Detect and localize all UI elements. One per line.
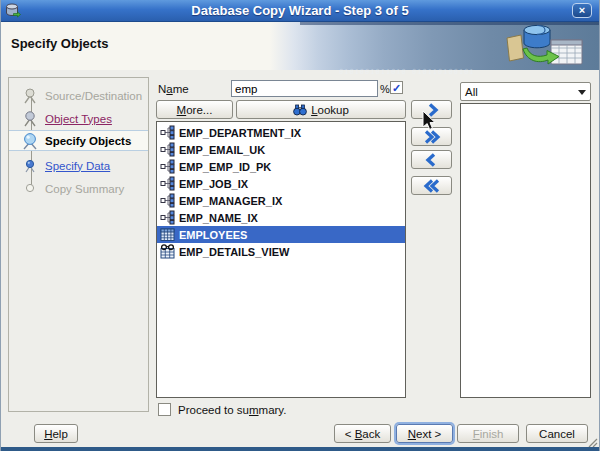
proceed-to-summary-checkbox[interactable] bbox=[158, 403, 171, 416]
dropdown-value: All bbox=[465, 86, 478, 98]
wizard-steps-panel: Source/Destination Object Types Specify … bbox=[8, 77, 149, 412]
double-chevron-right-icon bbox=[422, 130, 442, 144]
next-button[interactable]: Next > bbox=[396, 424, 453, 443]
object-type-dropdown[interactable]: All bbox=[460, 82, 591, 101]
step-node-icon bbox=[22, 132, 38, 150]
index-icon bbox=[160, 176, 175, 191]
object-label: EMP_EMP_ID_PK bbox=[179, 161, 271, 173]
back-button[interactable]: < Back bbox=[334, 424, 391, 443]
object-row[interactable]: EMP_EMAIL_UK bbox=[157, 141, 405, 158]
chevron-left-icon bbox=[424, 153, 440, 167]
step-node-icon bbox=[22, 110, 38, 128]
index-icon bbox=[160, 125, 175, 140]
object-row-selected[interactable]: EMPLOYEES bbox=[157, 226, 405, 243]
window-title: Database Copy Wizard - Step 3 of 5 bbox=[1, 0, 599, 22]
object-row[interactable]: EMP_JOB_IX bbox=[157, 175, 405, 192]
object-label: EMP_MANAGER_IX bbox=[179, 195, 282, 207]
move-right-button[interactable] bbox=[411, 100, 452, 119]
move-all-left-button[interactable] bbox=[411, 176, 452, 195]
step-label[interactable]: Object Types bbox=[45, 113, 112, 125]
binoculars-icon bbox=[293, 104, 307, 116]
index-icon bbox=[160, 210, 175, 225]
step-specify-data[interactable]: Specify Data bbox=[9, 155, 148, 176]
step-label: Source/Destination bbox=[45, 90, 142, 102]
object-row[interactable]: EMP_DETAILS_VIEW bbox=[157, 243, 405, 260]
step-node-icon bbox=[22, 87, 38, 105]
view-icon bbox=[160, 244, 175, 259]
wizard-window: Database Copy Wizard - Step 3 of 5 × Spe… bbox=[0, 0, 600, 451]
step-label: Specify Objects bbox=[45, 135, 131, 147]
step-label[interactable]: Specify Data bbox=[45, 160, 110, 172]
page-title: Specify Objects bbox=[11, 36, 109, 51]
step-node-icon bbox=[22, 157, 38, 175]
object-label: EMP_JOB_IX bbox=[179, 178, 248, 190]
title-bar[interactable]: Database Copy Wizard - Step 3 of 5 × bbox=[1, 0, 599, 22]
finish-button: Finish bbox=[457, 424, 519, 443]
object-row[interactable]: EMP_MANAGER_IX bbox=[157, 192, 405, 209]
object-row[interactable]: EMP_NAME_IX bbox=[157, 209, 405, 226]
proceed-to-summary-label: Proceed to summary. bbox=[178, 404, 286, 416]
chevron-right-icon bbox=[424, 103, 440, 117]
wildcard-percent-label: % bbox=[380, 83, 390, 95]
close-button[interactable]: × bbox=[572, 3, 592, 18]
more-button[interactable]: More... bbox=[156, 100, 233, 119]
step-copy-summary: Copy Summary bbox=[9, 178, 148, 199]
binary-decoration: 0101001011010 010110100101 bbox=[339, 68, 499, 76]
index-icon bbox=[160, 193, 175, 208]
selected-objects-list[interactable] bbox=[460, 103, 591, 398]
step-label: Copy Summary bbox=[45, 183, 124, 195]
step-specify-objects: Specify Objects bbox=[9, 130, 148, 151]
table-icon bbox=[160, 227, 175, 242]
chevron-down-icon bbox=[578, 90, 586, 95]
object-label: EMP_DEPARTMENT_IX bbox=[179, 127, 301, 139]
object-row[interactable]: EMP_EMP_ID_PK bbox=[157, 158, 405, 175]
object-label: EMP_DETAILS_VIEW bbox=[179, 246, 289, 258]
object-row[interactable]: EMP_DEPARTMENT_IX bbox=[157, 124, 405, 141]
help-button[interactable]: Help bbox=[34, 424, 78, 443]
checkmark-icon: ✓ bbox=[391, 82, 402, 94]
database-copy-art-icon bbox=[495, 24, 585, 68]
object-label: EMP_EMAIL_UK bbox=[179, 144, 265, 156]
available-objects-list[interactable]: EMP_DEPARTMENT_IX EMP_EMAIL_UK EMP_EMP_I… bbox=[156, 121, 406, 398]
lookup-button[interactable]: Lookup bbox=[236, 100, 406, 119]
move-all-right-button[interactable] bbox=[411, 127, 452, 146]
step-node-icon bbox=[22, 180, 38, 198]
step-source-destination: Source/Destination bbox=[9, 85, 148, 106]
wizard-banner: Specify Objects 0101001011010 0101101001… bbox=[1, 22, 599, 70]
object-label: EMP_NAME_IX bbox=[179, 212, 258, 224]
wildcard-checkbox[interactable]: ✓ bbox=[390, 81, 403, 94]
name-input[interactable] bbox=[231, 80, 378, 97]
step-object-types[interactable]: Object Types bbox=[9, 108, 148, 129]
cancel-button[interactable]: Cancel bbox=[526, 424, 588, 443]
object-label: EMPLOYEES bbox=[179, 229, 247, 241]
move-left-button[interactable] bbox=[411, 150, 452, 169]
double-chevron-left-icon bbox=[422, 179, 442, 193]
index-icon bbox=[160, 159, 175, 174]
window-bottom-border bbox=[1, 447, 599, 451]
index-icon bbox=[160, 142, 175, 157]
name-label: Name bbox=[158, 83, 189, 95]
